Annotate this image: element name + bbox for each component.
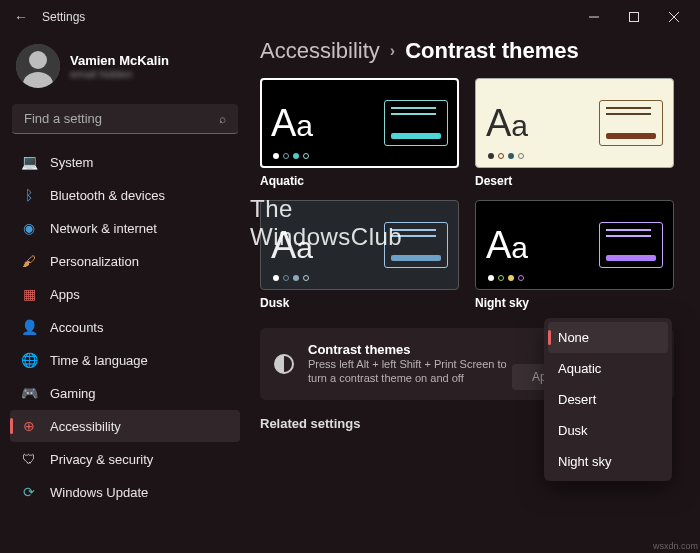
theme-dusk-thumb[interactable]: Aa [260,200,459,290]
titlebar: ← Settings [0,0,700,34]
brush-icon: 🖌 [20,252,38,270]
sidebar-item-system[interactable]: 💻System [10,146,240,178]
user-email: email hidden [70,68,169,80]
sidebar-item-privacy[interactable]: 🛡Privacy & security [10,443,240,475]
sidebar-item-network[interactable]: ◉Network & internet [10,212,240,244]
person-icon: 👤 [20,318,38,336]
user-profile[interactable]: Vamien McKalin email hidden [10,38,240,100]
maximize-button[interactable] [614,3,654,31]
dropdown-option-night[interactable]: Night sky [548,446,668,477]
theme-desert[interactable]: Aa Desert [475,78,674,188]
sidebar: Vamien McKalin email hidden Find a setti… [0,34,250,553]
wifi-icon: ◉ [20,219,38,237]
breadcrumb-parent[interactable]: Accessibility [260,38,380,64]
dropdown-option-dusk[interactable]: Dusk [548,415,668,446]
minimize-button[interactable] [574,3,614,31]
breadcrumb: Accessibility › Contrast themes [260,38,674,64]
window-controls [574,3,694,31]
sidebar-item-time[interactable]: 🌐Time & language [10,344,240,376]
theme-aquatic-label: Aquatic [260,174,459,188]
bluetooth-icon: ᛒ [20,186,38,204]
theme-grid: Aa Aquatic Aa Desert Aa [260,78,674,310]
theme-dusk[interactable]: Aa Dusk [260,200,459,310]
attribution: wsxdn.com [653,541,698,551]
dropdown-option-none[interactable]: None [548,322,668,353]
page-title: Contrast themes [405,38,579,64]
search-icon: ⌕ [219,112,226,126]
chevron-right-icon: › [390,42,395,60]
search-placeholder: Find a setting [24,111,102,126]
apps-icon: ▦ [20,285,38,303]
avatar [16,44,60,88]
globe-icon: 🌐 [20,351,38,369]
theme-aquatic[interactable]: Aa Aquatic [260,78,459,188]
panel-title: Contrast themes [308,342,518,357]
nav-list: 💻System ᛒBluetooth & devices ◉Network & … [10,146,240,508]
update-icon: ⟳ [20,483,38,501]
system-icon: 💻 [20,153,38,171]
gamepad-icon: 🎮 [20,384,38,402]
theme-night-thumb[interactable]: Aa [475,200,674,290]
window-title: Settings [42,10,85,24]
sidebar-item-apps[interactable]: ▦Apps [10,278,240,310]
theme-desert-thumb[interactable]: Aa [475,78,674,168]
panel-desc: Press left Alt + left Shift + Print Scre… [308,357,518,386]
theme-night-sky[interactable]: Aa Night sky [475,200,674,310]
contrast-icon [274,354,294,374]
shield-icon: 🛡 [20,450,38,468]
sidebar-item-gaming[interactable]: 🎮Gaming [10,377,240,409]
theme-dropdown-menu: None Aquatic Desert Dusk Night sky [544,318,672,481]
sidebar-item-update[interactable]: ⟳Windows Update [10,476,240,508]
sidebar-item-bluetooth[interactable]: ᛒBluetooth & devices [10,179,240,211]
theme-aquatic-thumb[interactable]: Aa [260,78,459,168]
user-name: Vamien McKalin [70,53,169,68]
svg-rect-1 [630,13,639,22]
close-button[interactable] [654,3,694,31]
sidebar-item-accessibility[interactable]: ⊕Accessibility [10,410,240,442]
dropdown-option-aquatic[interactable]: Aquatic [548,353,668,384]
back-button[interactable]: ← [14,9,42,25]
svg-point-5 [29,51,47,69]
dropdown-option-desert[interactable]: Desert [548,384,668,415]
sidebar-item-personalization[interactable]: 🖌Personalization [10,245,240,277]
accessibility-icon: ⊕ [20,417,38,435]
theme-dusk-label: Dusk [260,296,459,310]
sidebar-item-accounts[interactable]: 👤Accounts [10,311,240,343]
search-input[interactable]: Find a setting ⌕ [12,104,238,134]
theme-desert-label: Desert [475,174,674,188]
theme-night-label: Night sky [475,296,674,310]
